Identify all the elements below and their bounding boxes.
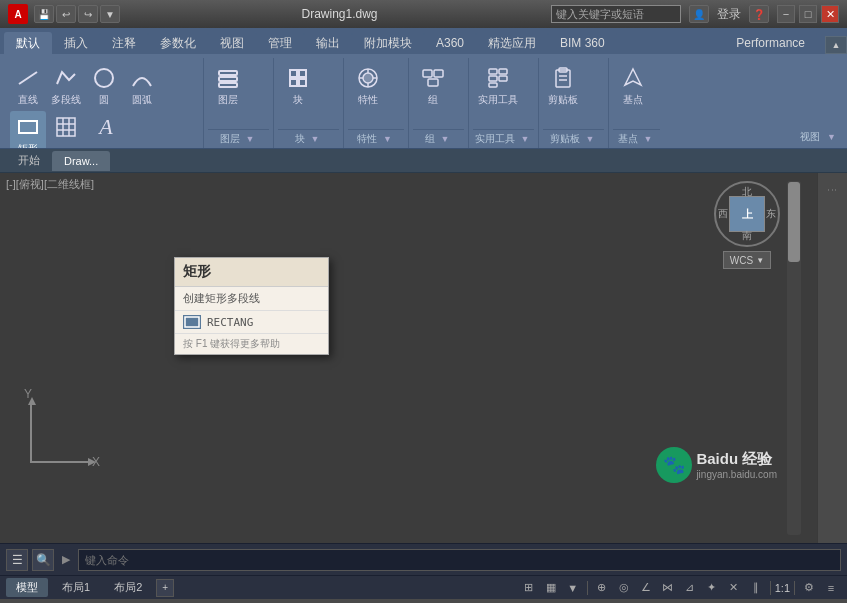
osnap-icon-btn[interactable]: ∠ [636,579,656,597]
search-box[interactable]: 键入关键字或短语 [551,5,681,23]
base-group-label: 基点 ▼ [613,129,660,148]
quick-access-btn-3[interactable]: ↪ [78,5,98,23]
axis-x [30,461,90,463]
cube-top-face[interactable]: 上 [729,196,765,232]
polyline-tool[interactable]: 多段线 [48,62,84,109]
properties-icon [354,64,382,92]
ws-tab-drawing1[interactable]: Draw... [52,151,110,171]
snap-icon-btn[interactable]: ▼ [563,579,583,597]
clipboard-group-label: 剪贴板 ▼ [543,129,604,148]
tab-default[interactable]: 默认 [4,32,52,54]
lw-icon-btn[interactable]: ✕ [724,579,744,597]
rectang-icon [183,315,201,329]
add-layout-btn[interactable]: + [156,579,174,597]
properties-group-expand[interactable]: ▼ [380,133,395,145]
minimize-btn[interactable]: − [777,5,795,23]
settings-icon-btn[interactable]: ⚙ [799,579,819,597]
view-section: 视图 ▼ [796,58,843,148]
info-btn[interactable]: ❓ [749,5,769,23]
scrollbar-right[interactable] [787,181,801,535]
model-icon-btn[interactable]: ⊞ [519,579,539,597]
wcs-button[interactable]: WCS ▼ [723,251,771,269]
tab-featured[interactable]: 精选应用 [476,32,548,54]
login-label[interactable]: 登录 [717,6,741,23]
grid-icon-btn[interactable]: ▦ [541,579,561,597]
main-area: [-][俯视][二维线框] Y X 北 南 东 西 上 WCS ▼ [0,173,847,543]
status-icons: ⊞ ▦ ▼ ⊕ ◎ ∠ ⋈ ⊿ ✦ ✕ ∥ 1:1 ⚙ ≡ [519,579,841,597]
right-panel-scroll[interactable]: ⋮ [827,185,838,195]
status-layout2-tab[interactable]: 布局2 [104,578,152,597]
groups-group-expand[interactable]: ▼ [437,133,452,145]
axis-label-x: X [92,455,100,469]
blocks-btn[interactable]: 块 [280,62,316,109]
blocks-group-expand[interactable]: ▼ [307,133,322,145]
close-btn[interactable]: ✕ [821,5,839,23]
tooltip-description: 创建矩形多段线 [175,287,328,310]
base-group-expand[interactable]: ▼ [640,133,655,145]
svg-point-1 [95,69,113,87]
rectangle-tool[interactable]: 矩形 [10,111,46,149]
quick-access-btn-1[interactable]: 💾 [34,5,54,23]
command-input[interactable] [78,549,841,571]
svg-point-16 [363,73,373,83]
tab-manage[interactable]: 管理 [256,32,304,54]
tab-bim360[interactable]: BIM 360 [548,32,617,54]
tab-parametric[interactable]: 参数化 [148,32,208,54]
scrollbar-thumb[interactable] [788,182,800,262]
arc-tool[interactable]: 圆弧 [124,62,160,109]
tp-icon-btn[interactable]: ∥ [746,579,766,597]
utilities-group-expand[interactable]: ▼ [517,133,532,145]
base-label: 基点 [623,93,643,107]
base-content: 基点 [613,58,660,129]
tooltip-command-row: RECTANG [175,310,328,333]
hatch-tool[interactable] [48,111,84,143]
ortho-icon-btn[interactable]: ⊕ [592,579,612,597]
compass-south: 南 [742,229,752,243]
tab-insert[interactable]: 插入 [52,32,100,54]
tooltip-help: 按 F1 键获得更多帮助 [175,333,328,354]
compass-north: 北 [742,185,752,199]
more-icon-btn[interactable]: ≡ [821,579,841,597]
compass-ring[interactable]: 北 南 东 西 上 [714,181,780,247]
maximize-btn[interactable]: □ [799,5,817,23]
utilities-btn[interactable]: 实用工具 [475,62,521,109]
circle-tool[interactable]: 圆 [86,62,122,109]
status-layout1-tab[interactable]: 布局1 [52,578,100,597]
tab-a360[interactable]: A360 [424,32,476,54]
ribbon-group-groups: 组 组 ▼ [409,58,469,148]
ducs-icon-btn[interactable]: ⊿ [680,579,700,597]
tab-output[interactable]: 输出 [304,32,352,54]
canvas-area[interactable]: [-][俯视][二维线框] Y X 北 南 东 西 上 WCS ▼ [0,173,817,543]
clipboard-btn[interactable]: 剪贴板 [545,62,581,109]
tab-annotate[interactable]: 注释 [100,32,148,54]
base-btn[interactable]: 基点 [615,62,651,109]
layers-group-expand[interactable]: ▼ [242,133,257,145]
view-expand[interactable]: ▼ [824,131,839,143]
arc-icon [128,64,156,92]
tab-view[interactable]: 视图 [208,32,256,54]
tab-performance[interactable]: Performance [724,32,817,54]
polar-icon-btn[interactable]: ◎ [614,579,634,597]
cmd-toggle-btn[interactable]: ☰ [6,549,28,571]
user-icon[interactable]: 👤 [689,5,709,23]
title-right-controls: 👤 登录 ❓ − □ ✕ [689,5,839,23]
ws-tab-start[interactable]: 开始 [6,151,52,171]
quick-access-btn-2[interactable]: ↩ [56,5,76,23]
groups-btn[interactable]: 组 [415,62,451,109]
svg-rect-11 [290,70,297,77]
line-icon [14,64,42,92]
otrack-icon-btn[interactable]: ⋈ [658,579,678,597]
cmd-search-btn[interactable]: 🔍 [32,549,54,571]
line-tool[interactable]: 直线 [10,62,46,109]
ribbon-minimize-btn[interactable]: ▲ [825,36,847,54]
clipboard-group-expand[interactable]: ▼ [582,133,597,145]
properties-btn[interactable]: 特性 [350,62,386,109]
status-model-tab[interactable]: 模型 [6,578,48,597]
dyn-icon-btn[interactable]: ✦ [702,579,722,597]
view-controls: 视图 ▼ [800,130,839,148]
ribbon-toolbar: 直线 多段线 圆 [0,54,847,149]
layers-btn[interactable]: 图层 [210,62,246,109]
tab-addon[interactable]: 附加模块 [352,32,424,54]
quick-access-dropdown[interactable]: ▼ [100,5,120,23]
text-tool[interactable]: A [86,111,126,143]
